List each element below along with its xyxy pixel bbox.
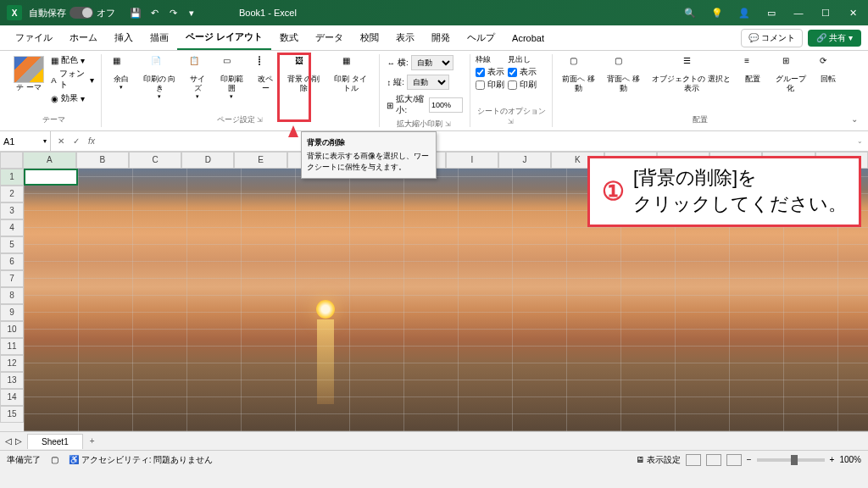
themes-button[interactable]: テ ーマ [12, 54, 46, 94]
select-all-corner[interactable] [0, 152, 23, 169]
print-area-button[interactable]: ▭印刷範囲▾ [215, 54, 248, 102]
tab-insert[interactable]: 挿入 [106, 26, 142, 49]
gridlines-view-checkbox[interactable]: 表示 [476, 67, 504, 78]
print-titles-button[interactable]: ▦印刷 タイトル [327, 54, 374, 95]
row-header[interactable]: 12 [0, 355, 24, 372]
zoom-out-icon[interactable]: − [747, 455, 752, 464]
row-header[interactable]: 7 [0, 270, 24, 287]
row-header[interactable]: 2 [0, 186, 24, 202]
sheet-tab[interactable]: Sheet1 [27, 434, 83, 449]
undo-icon[interactable]: ↶ [147, 6, 161, 19]
effects-button[interactable]: ◉ 効果 ▾ [49, 92, 96, 105]
send-backward-button[interactable]: ▢背面へ 移動 [603, 54, 644, 95]
col-header[interactable]: E [234, 152, 287, 169]
row-header[interactable]: 14 [0, 389, 24, 406]
tab-help[interactable]: ヘルプ [459, 26, 504, 49]
bring-forward-button[interactable]: ▢前面へ 移動 [558, 54, 599, 95]
tab-formulas[interactable]: 数式 [271, 26, 307, 49]
zoom-in-icon[interactable]: + [830, 455, 835, 464]
row-header[interactable]: 13 [0, 372, 24, 389]
ribbon-collapse-icon[interactable]: ⌄ [851, 114, 858, 124]
orientation-button[interactable]: 📄印刷の 向き▾ [139, 54, 180, 102]
display-settings-button[interactable]: 🖥 表示設定 [636, 454, 681, 466]
headings-print-checkbox[interactable]: 印刷 [508, 80, 537, 91]
account-icon[interactable]: 👤 [736, 4, 753, 21]
rotate-button[interactable]: ⟳回転 [814, 54, 843, 86]
selection-pane-button[interactable]: ☰オブジェクトの 選択と表示 [648, 54, 735, 95]
row-header[interactable]: 5 [0, 236, 24, 253]
size-button[interactable]: 📋サイズ▾ [183, 54, 212, 102]
row-header[interactable]: 10 [0, 321, 24, 338]
print-titles-icon: ▦ [342, 56, 359, 73]
group-button[interactable]: ⊞グループ化 [771, 54, 810, 95]
enter-formula-icon[interactable]: ✓ [70, 135, 83, 148]
gridlines-print-checkbox[interactable]: 印刷 [476, 80, 504, 91]
zoom-slider[interactable] [757, 458, 825, 462]
formula-expand-icon[interactable]: ⌄ [852, 137, 868, 145]
ribbon-options-icon[interactable]: ▭ [763, 4, 780, 21]
row-header[interactable]: 4 [0, 219, 24, 236]
accessibility-status[interactable]: ♿ アクセシビリティ: 問題ありません [69, 454, 213, 466]
row-header[interactable]: 8 [0, 287, 24, 304]
height-select[interactable]: 自動 [407, 75, 449, 90]
gridlines-label: 枠線 [476, 54, 504, 65]
zoom-level[interactable]: 100% [839, 455, 861, 464]
align-button[interactable]: ≡配置 [738, 54, 767, 86]
sheet-options-launcher[interactable]: ⇲ [508, 118, 514, 125]
tab-home[interactable]: ホーム [61, 26, 106, 49]
minimize-icon[interactable]: — [790, 4, 807, 21]
annotation-number: ① [602, 174, 625, 209]
col-header[interactable]: J [498, 152, 551, 169]
tab-file[interactable]: ファイル [7, 26, 61, 49]
row-header[interactable]: 11 [0, 338, 24, 355]
normal-view-icon[interactable] [686, 454, 701, 466]
margins-button[interactable]: ▦余白▾ [107, 54, 136, 92]
tab-review[interactable]: 校閲 [352, 26, 387, 49]
page-break-view-icon[interactable] [726, 454, 742, 466]
maximize-icon[interactable]: ☐ [817, 4, 834, 21]
fonts-button[interactable]: A フォント ▾ [49, 68, 96, 92]
row-header[interactable]: 1 [0, 169, 24, 186]
colors-button[interactable]: ▦ 配色 ▾ [49, 54, 96, 67]
active-cell[interactable] [24, 169, 78, 186]
col-header[interactable]: C [129, 152, 181, 169]
tab-page-layout[interactable]: ページ レイアウト [177, 25, 271, 50]
delete-background-button[interactable]: 🖼背景 の削除 [283, 54, 324, 95]
col-header[interactable]: D [181, 152, 234, 169]
col-header[interactable]: A [23, 152, 75, 169]
col-header[interactable]: I [446, 152, 498, 169]
sheet-nav-prev-icon[interactable]: ◁ [5, 436, 12, 446]
comments-button[interactable]: 💬 コメント [741, 29, 803, 47]
width-select[interactable]: 自動 [411, 55, 453, 70]
fx-icon[interactable]: fx [85, 135, 98, 148]
scale-launcher[interactable]: ⇲ [445, 120, 451, 128]
headings-view-checkbox[interactable]: 表示 [508, 67, 537, 78]
tab-developer[interactable]: 開発 [423, 26, 459, 49]
name-box[interactable]: A1 ▾ [0, 131, 51, 151]
help-icon[interactable]: 💡 [709, 4, 726, 21]
autosave-toggle[interactable]: 自動保存 オフ [29, 7, 115, 19]
row-header[interactable]: 6 [0, 253, 24, 270]
search-icon[interactable]: 🔍 [682, 4, 698, 21]
share-button[interactable]: 🔗 共有 ▾ [808, 30, 861, 47]
sheet-nav-next-icon[interactable]: ▷ [15, 436, 22, 446]
tab-draw[interactable]: 描画 [142, 26, 177, 49]
qat-dropdown-icon[interactable]: ▾ [185, 6, 198, 19]
breaks-button[interactable]: ┋改ペー [251, 54, 280, 95]
col-header[interactable]: B [76, 152, 129, 169]
row-header[interactable]: 15 [0, 406, 24, 423]
page-setup-launcher[interactable]: ⇲ [257, 116, 263, 124]
save-icon[interactable]: 💾 [129, 6, 142, 19]
tab-data[interactable]: データ [307, 26, 352, 49]
cancel-formula-icon[interactable]: ✕ [54, 135, 68, 148]
close-icon[interactable]: ✕ [844, 4, 861, 21]
tab-view[interactable]: 表示 [387, 26, 423, 49]
redo-icon[interactable]: ↷ [166, 6, 180, 19]
macro-record-icon[interactable]: ▢ [51, 455, 58, 464]
tab-acrobat[interactable]: Acrobat [504, 28, 553, 48]
scale-input[interactable] [429, 97, 463, 113]
row-header[interactable]: 3 [0, 202, 24, 219]
row-header[interactable]: 9 [0, 304, 24, 321]
page-layout-view-icon[interactable] [706, 454, 721, 466]
add-sheet-button[interactable]: + [83, 436, 102, 446]
